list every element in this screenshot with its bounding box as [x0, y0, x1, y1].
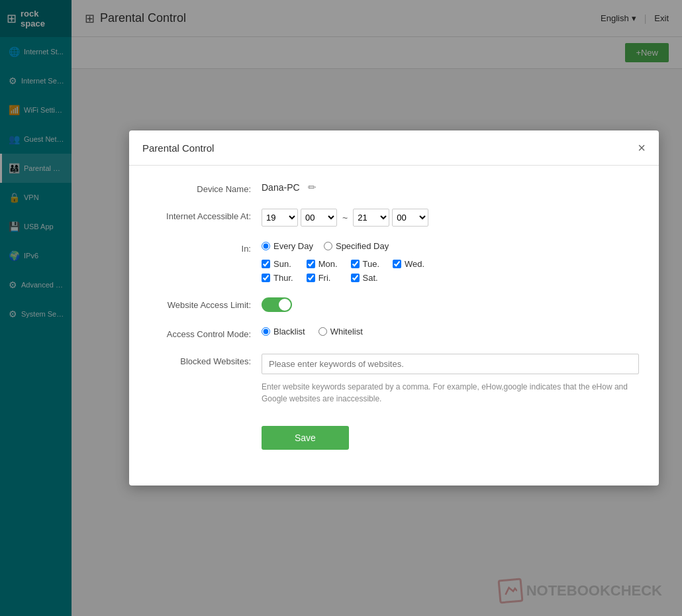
specified-day-option[interactable]: Specified Day — [324, 241, 389, 251]
every-day-radio[interactable] — [262, 242, 270, 250]
day-thu[interactable]: Thur. — [262, 273, 293, 283]
blocked-websites-input[interactable] — [262, 354, 639, 374]
save-button[interactable]: Save — [262, 426, 349, 450]
mon-label: Mon. — [318, 259, 338, 269]
edit-icon[interactable]: ✏ — [308, 181, 317, 193]
fri-checkbox[interactable] — [307, 274, 315, 282]
day-wed[interactable]: Wed. — [393, 259, 424, 269]
sun-checkbox[interactable] — [262, 260, 270, 268]
blacklist-label: Blacklist — [273, 327, 305, 336]
sun-label: Sun. — [273, 259, 291, 269]
close-button[interactable]: × — [638, 141, 646, 154]
start-min-select[interactable]: 00 15 30 45 — [301, 209, 337, 227]
whitelist-radio[interactable] — [318, 327, 327, 336]
internet-accessible-row: Internet Accessible At: 19 0 1 6 8 12 18… — [149, 209, 639, 227]
mon-checkbox[interactable] — [307, 260, 315, 268]
blacklist-option[interactable]: Blacklist — [262, 327, 305, 336]
access-control-mode-row: Access Control Mode: Blacklist Whitelist — [149, 327, 639, 339]
modal-title: Parental Control — [142, 142, 214, 154]
toggle-control — [262, 297, 639, 312]
time-control: 19 0 1 6 8 12 18 20 23 00 15 30 45 ~ — [262, 209, 639, 227]
device-name-control: Dana-PC ✏ — [262, 181, 639, 193]
access-control-mode-label: Access Control Mode: — [149, 327, 262, 339]
fri-label: Fri. — [318, 273, 331, 283]
blocked-websites-control: Enter website keywords separated by a co… — [262, 354, 639, 405]
website-limit-toggle[interactable] — [262, 297, 292, 312]
day-mon[interactable]: Mon. — [307, 259, 338, 269]
tue-checkbox[interactable] — [351, 260, 360, 268]
device-name-label: Device Name: — [149, 181, 262, 194]
modal-body: Device Name: Dana-PC ✏ Internet Accessib… — [129, 166, 659, 466]
access-mode-control: Blacklist Whitelist — [262, 327, 639, 336]
wed-label: Wed. — [405, 259, 424, 269]
day-sat[interactable]: Sat. — [351, 273, 380, 283]
specified-day-radio[interactable] — [324, 242, 332, 250]
website-access-limit-row: Website Access Limit: — [149, 297, 639, 312]
sat-checkbox[interactable] — [351, 274, 360, 282]
every-day-option[interactable]: Every Day — [262, 241, 313, 251]
parental-control-modal: Parental Control × Device Name: Dana-PC … — [129, 130, 659, 486]
wed-checkbox[interactable] — [393, 260, 401, 268]
sat-label: Sat. — [363, 273, 378, 283]
blacklist-radio[interactable] — [262, 327, 270, 336]
start-hour-select[interactable]: 19 0 1 6 8 12 18 20 23 — [262, 209, 298, 227]
days-grid: Sun. Mon. Tue. Wed. — [262, 259, 424, 283]
modal-header: Parental Control × — [129, 130, 659, 166]
blocked-websites-hint: Enter website keywords separated by a co… — [262, 381, 639, 405]
internet-accessible-label: Internet Accessible At: — [149, 209, 262, 221]
device-name-value: Dana-PC — [262, 182, 300, 193]
specified-day-label: Specified Day — [336, 241, 389, 251]
website-access-limit-label: Website Access Limit: — [149, 297, 262, 310]
toggle-slider — [262, 297, 292, 312]
day-tue[interactable]: Tue. — [351, 259, 380, 269]
thu-label: Thur. — [273, 273, 293, 283]
end-min-select[interactable]: 00 15 30 45 — [392, 209, 428, 227]
tue-label: Tue. — [363, 259, 380, 269]
day-type-radio-group: Every Day Specified Day — [262, 241, 389, 251]
device-name-row: Device Name: Dana-PC ✏ — [149, 181, 639, 194]
whitelist-label: Whitelist — [330, 327, 363, 336]
time-range-separator: ~ — [342, 213, 348, 223]
schedule-row: In: Every Day Specified Day Sun. — [149, 241, 639, 283]
thu-checkbox[interactable] — [262, 274, 270, 282]
in-label: In: — [149, 241, 262, 254]
every-day-label: Every Day — [273, 241, 313, 251]
blocked-websites-label: Blocked Websites: — [149, 354, 262, 366]
day-sun[interactable]: Sun. — [262, 259, 293, 269]
whitelist-option[interactable]: Whitelist — [318, 327, 363, 336]
schedule-control: Every Day Specified Day Sun. Mon. — [262, 241, 639, 283]
blocked-websites-row: Blocked Websites: Enter website keywords… — [149, 354, 639, 405]
day-fri[interactable]: Fri. — [307, 273, 338, 283]
end-hour-select[interactable]: 21 0 1 6 8 12 18 22 23 — [353, 209, 389, 227]
